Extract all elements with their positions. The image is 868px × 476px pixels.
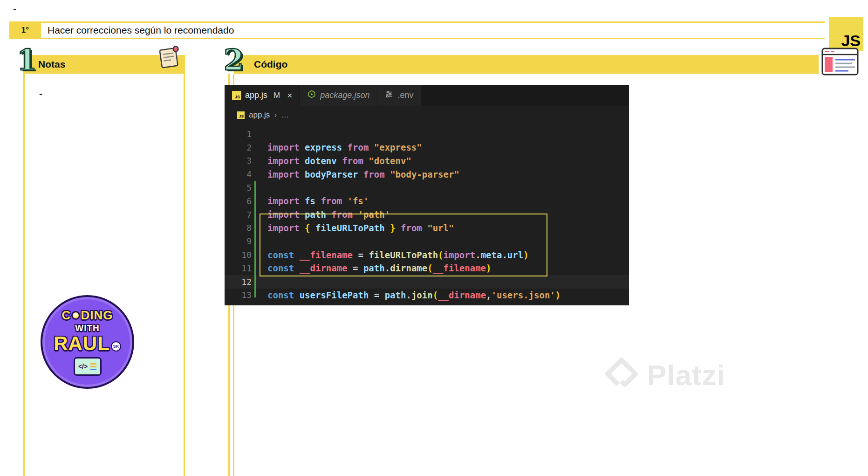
code-token: url (507, 250, 523, 260)
code-token: fileURLToPath (369, 250, 438, 260)
sr-badge: SR (111, 341, 121, 352)
close-tab-icon[interactable]: × (287, 90, 292, 101)
code-window-icon: </> (74, 357, 102, 376)
tab-package-json[interactable]: package.json (300, 85, 377, 106)
code-line[interactable]: 13const usersFilePath = path.join(__dirn… (225, 289, 629, 302)
logo-coding-right: DING (81, 308, 113, 323)
code-token: from (363, 169, 390, 179)
code-token: __filename (300, 250, 358, 260)
code-text: import bodyParser from "body-parser" (267, 169, 459, 179)
line-number: 11 (225, 263, 259, 273)
code-area[interactable]: 12import express from "express"3import d… (225, 124, 629, 305)
logo-coding-left: C (62, 308, 71, 323)
code-token: usersFilePath (300, 290, 374, 300)
code-token: import (444, 250, 476, 260)
line-number: 5 (225, 183, 259, 193)
code-token: ) (555, 290, 560, 300)
code-token: from (348, 142, 374, 152)
line-number: 4 (225, 169, 259, 179)
code-token: 'path' (358, 209, 390, 220)
notes-page: - 1° Hacer correcciones según lo recomen… (0, 0, 868, 476)
coding-with-raul-logo: C DING WITH RAUL SR </> (41, 295, 134, 389)
line-number: 1 (225, 129, 259, 139)
memo-icon (157, 45, 181, 72)
code-line[interactable]: 5 (225, 181, 629, 194)
logo-name-row: RAUL SR (54, 334, 121, 353)
code-token: . (475, 250, 480, 260)
code-text: import { fileURLToPath } from "url" (267, 223, 454, 233)
code-line[interactable]: 12 (225, 275, 629, 289)
code-token: ( (427, 263, 432, 273)
code-token: . (502, 250, 507, 260)
code-line[interactable]: 4import bodyParser from "body-parser" (225, 167, 629, 181)
code-text: import dotenv from "dotenv" (267, 156, 411, 166)
line-number: 13 (225, 290, 259, 300)
line-number: 7 (225, 210, 259, 220)
code-token: = (358, 250, 369, 260)
line-number: 8 (225, 223, 259, 233)
code-token: dotenv (305, 156, 342, 166)
code-token: fileURLToPath (315, 223, 385, 233)
code-token: dirname (390, 263, 427, 273)
platzi-logo-icon (604, 357, 639, 393)
js-file-icon: JS (237, 111, 245, 119)
left-column-right-rule (184, 74, 185, 476)
code-token: } (385, 223, 401, 233)
breadcrumb-file[interactable]: app.js (249, 110, 270, 120)
line-number: 2 (225, 143, 259, 152)
logo-name-text: RAUL (54, 334, 110, 353)
code-line[interactable]: 9 (225, 235, 629, 248)
code-text: const usersFilePath = path.join(__dirnam… (267, 290, 560, 300)
platzi-logo-text: Platzi (647, 359, 725, 392)
notes-header-label: Notas (38, 59, 65, 70)
tab-label: app.js (245, 90, 267, 100)
tab-label: .env (397, 90, 413, 100)
code-token: from (331, 209, 358, 220)
tab-label: package.json (320, 90, 369, 100)
code-tag-glyph: </> (78, 363, 88, 370)
breadcrumb-ellipsis[interactable]: … (281, 110, 289, 120)
breadcrumb: JS app.js › … (225, 106, 629, 124)
notes-numeral: 1 (17, 46, 37, 75)
code-text: const __filename = fileURLToPath(import.… (267, 250, 529, 260)
code-token: import (267, 142, 305, 152)
code-line[interactable]: 1 (225, 127, 629, 141)
line-number: 12 (225, 277, 259, 287)
code-line[interactable]: 11const __dirname = path.dirname(__filen… (225, 262, 629, 275)
code-token: ) (523, 250, 528, 260)
code-token: . (406, 290, 411, 300)
code-token: __dirname (438, 290, 486, 300)
code-token: = (374, 290, 385, 300)
browser-code-icon (821, 48, 859, 77)
code-token: const (267, 250, 300, 260)
code-line[interactable]: 8import { fileURLToPath } from "url" (225, 221, 629, 235)
code-line[interactable]: 2import express from "express" (225, 141, 629, 154)
code-line[interactable]: 7import path from 'path' (225, 208, 629, 221)
lightbulb-icon (71, 311, 80, 320)
code-token: const (267, 263, 300, 273)
code-text: import fs from 'fs' (267, 196, 369, 206)
editor-tab-bar: JS app.js M × package.json (225, 85, 629, 106)
code-token: path (385, 290, 406, 300)
code-token: from (342, 156, 369, 166)
code-line[interactable]: 14 (225, 302, 629, 305)
code-line[interactable]: 10const __filename = fileURLToPath(impor… (225, 248, 629, 262)
code-line[interactable]: 6import fs from 'fs' (225, 194, 629, 208)
tab-app-js[interactable]: JS app.js M × (225, 85, 300, 106)
code-token: path (305, 209, 331, 220)
code-token: from (321, 196, 347, 206)
code-token: meta (481, 250, 502, 260)
js-file-icon: JS (232, 91, 241, 100)
tab-env[interactable]: .env (377, 85, 421, 106)
code-token: join (411, 290, 433, 300)
code-line[interactable]: 3import dotenv from "dotenv" (225, 154, 629, 168)
line-number: 14 (225, 304, 259, 305)
code-token: ( (438, 250, 443, 260)
json-file-icon (308, 90, 316, 101)
notes-content-dash: - (39, 88, 42, 100)
platzi-watermark: Platzi (604, 357, 725, 393)
code-token: "express" (374, 142, 422, 152)
page-title: Hacer correcciones según lo recomendado (41, 23, 825, 38)
code-header-band: Código (234, 55, 819, 74)
line-number: 6 (225, 196, 259, 206)
